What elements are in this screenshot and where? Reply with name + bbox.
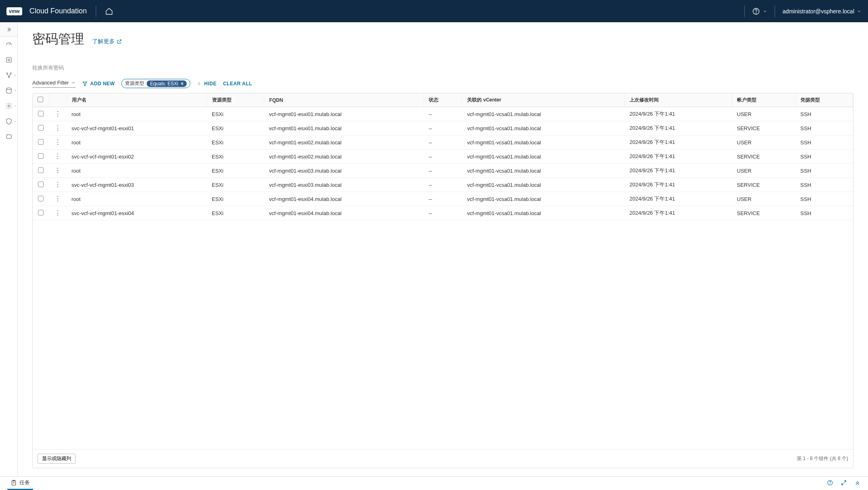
pagination-info: 第 1 - 8 个组件 (共 8 个) — [797, 455, 848, 462]
advanced-filter-dropdown[interactable]: Advanced Filter — [32, 80, 76, 88]
cell-resource-type: ESXi — [207, 164, 264, 178]
sidebar-item-settings[interactable]: › — [0, 98, 17, 114]
cell-cred-type: SSH — [796, 150, 853, 164]
col-header-account-type[interactable]: 帐户类型 — [732, 93, 796, 107]
sidebar-item-storage[interactable]: › — [0, 83, 17, 98]
col-header-resource-type[interactable]: 资源类型 — [207, 93, 264, 107]
cell-fqdn: vcf-mgmt01-esxi02.mulab.local — [264, 135, 424, 150]
select-all-checkbox[interactable] — [38, 97, 43, 102]
cell-vcenter: vcf-mgmt01-vcsa01.mulab.local — [462, 121, 625, 135]
sidebar-item-workload[interactable]: › — [0, 68, 17, 83]
bottom-bar: 任务 — [0, 476, 868, 490]
table-row[interactable]: ⋮ root ESXi vcf-mgmt01-esxi01.mulab.loca… — [33, 107, 853, 121]
row-checkbox[interactable] — [38, 182, 44, 187]
table-row[interactable]: ⋮ root ESXi vcf-mgmt01-esxi02.mulab.loca… — [33, 135, 853, 150]
row-actions-menu[interactable]: ⋮ — [55, 181, 61, 188]
cell-account-type: SERVICE — [732, 178, 796, 192]
header-checkbox-cell — [33, 93, 49, 107]
cell-username: svc-vcf-vcf-mgmt01-esxi03 — [67, 178, 207, 192]
cell-status: -- — [424, 178, 462, 192]
table-row[interactable]: ⋮ svc-vcf-vcf-mgmt01-esxi02 ESXi vcf-mgm… — [33, 150, 853, 164]
row-actions-menu[interactable]: ⋮ — [55, 125, 61, 131]
footer-collapse-button[interactable] — [854, 479, 861, 487]
user-menu[interactable]: administrator@vsphere.local — [782, 8, 862, 15]
show-hide-columns-button[interactable]: 显示或隐藏列 — [38, 454, 76, 464]
clear-all-label: CLEAR ALL — [223, 81, 252, 87]
sidebar-expand-button[interactable] — [0, 22, 17, 37]
cell-lastmod: 2024/9/26 下午1:41 — [625, 178, 732, 192]
vmw-logo: vmw — [6, 7, 22, 15]
rotate-all-action[interactable]: 轮换所有密码 — [32, 64, 853, 72]
sidebar-item-inventory[interactable] — [0, 52, 17, 68]
chip-close-icon[interactable]: × — [181, 81, 183, 87]
hide-label: HIDE — [204, 81, 217, 87]
add-new-filter-button[interactable]: ADD NEW — [82, 81, 115, 87]
cell-resource-type: ESXi — [207, 150, 264, 164]
header-action-cell — [49, 93, 67, 107]
cell-status: -- — [424, 192, 462, 206]
cell-fqdn: vcf-mgmt01-esxi01.mulab.local — [264, 121, 424, 135]
shield-icon — [5, 118, 13, 125]
cell-username: svc-vcf-vcf-mgmt01-esxi02 — [67, 150, 207, 164]
cell-resource-type: ESXi — [207, 121, 264, 135]
cell-account-type: USER — [732, 135, 796, 150]
learn-more-link[interactable]: 了解更多 — [92, 38, 122, 45]
table-row[interactable]: ⋮ svc-vcf-vcf-mgmt01-esxi03 ESXi vcf-mgm… — [33, 178, 853, 192]
row-checkbox[interactable] — [38, 153, 44, 159]
home-button[interactable] — [105, 7, 113, 15]
clear-all-button[interactable]: CLEAR ALL — [223, 81, 252, 87]
row-checkbox[interactable] — [38, 111, 44, 116]
sidebar: › › › › — [0, 22, 18, 476]
page-title: 密码管理 — [32, 30, 84, 48]
cell-username: svc-vcf-vcf-mgmt01-esxi01 — [67, 121, 207, 135]
cell-cred-type: SSH — [796, 178, 853, 192]
cell-vcenter: vcf-mgmt01-vcsa01.mulab.local — [462, 164, 625, 178]
col-header-status[interactable]: 状态 — [424, 93, 462, 107]
cell-fqdn: vcf-mgmt01-esxi04.mulab.local — [264, 206, 424, 220]
col-header-cred-type[interactable]: 凭据类型 — [796, 93, 853, 107]
row-checkbox[interactable] — [38, 210, 44, 215]
help-menu[interactable] — [752, 7, 767, 15]
sidebar-item-security[interactable]: › — [0, 114, 17, 129]
tasks-tab[interactable]: 任务 — [7, 477, 33, 490]
row-actions-menu[interactable]: ⋮ — [55, 139, 61, 146]
col-header-fqdn[interactable]: FQDN — [264, 93, 424, 107]
row-checkbox[interactable] — [38, 167, 44, 173]
table-row[interactable]: ⋮ svc-vcf-vcf-mgmt01-esxi04 ESXi vcf-mgm… — [33, 206, 853, 220]
row-checkbox[interactable] — [38, 196, 44, 201]
col-header-username[interactable]: 用户名 — [67, 93, 207, 107]
footer-help-button[interactable] — [827, 479, 833, 487]
storage-icon — [5, 87, 13, 94]
cell-username: root — [67, 135, 207, 150]
header-divider — [96, 6, 96, 17]
chip-label: 资源类型 — [125, 80, 144, 87]
sidebar-item-tools[interactable] — [0, 129, 17, 144]
table-row[interactable]: ⋮ root ESXi vcf-mgmt01-esxi04.mulab.loca… — [33, 192, 853, 206]
workload-icon — [5, 72, 13, 79]
cell-lastmod: 2024/9/26 下午1:41 — [625, 121, 732, 135]
row-actions-menu[interactable]: ⋮ — [55, 167, 61, 174]
col-header-vcenter[interactable]: 关联的 vCenter — [462, 93, 625, 107]
row-actions-menu[interactable]: ⋮ — [55, 195, 61, 202]
tasks-icon — [11, 479, 17, 486]
hide-button[interactable]: HIDE — [197, 81, 217, 87]
sidebar-item-dashboard[interactable] — [0, 37, 17, 52]
col-header-lastmod[interactable]: 上次修改时间 — [625, 93, 732, 107]
cell-fqdn: vcf-mgmt01-esxi01.mulab.local — [264, 107, 424, 121]
svg-rect-2 — [6, 57, 11, 62]
row-actions-menu[interactable]: ⋮ — [55, 209, 61, 216]
row-actions-menu[interactable]: ⋮ — [55, 110, 61, 117]
cell-vcenter: vcf-mgmt01-vcsa01.mulab.local — [462, 150, 625, 164]
filter-chip-resource-type[interactable]: 资源类型 Equals: ESXi × — [121, 79, 190, 88]
chevron-right-icon: › — [15, 73, 16, 77]
external-link-icon — [116, 39, 122, 44]
table-row[interactable]: ⋮ svc-vcf-vcf-mgmt01-esxi01 ESXi vcf-mgm… — [33, 121, 853, 135]
chevron-down-icon — [763, 9, 767, 14]
row-checkbox[interactable] — [38, 125, 44, 131]
footer-expand-button[interactable] — [841, 479, 847, 487]
cell-status: -- — [424, 135, 462, 150]
row-actions-menu[interactable]: ⋮ — [55, 153, 61, 160]
table-row[interactable]: ⋮ root ESXi vcf-mgmt01-esxi03.mulab.loca… — [33, 164, 853, 178]
cell-fqdn: vcf-mgmt01-esxi03.mulab.local — [264, 178, 424, 192]
row-checkbox[interactable] — [38, 139, 44, 145]
